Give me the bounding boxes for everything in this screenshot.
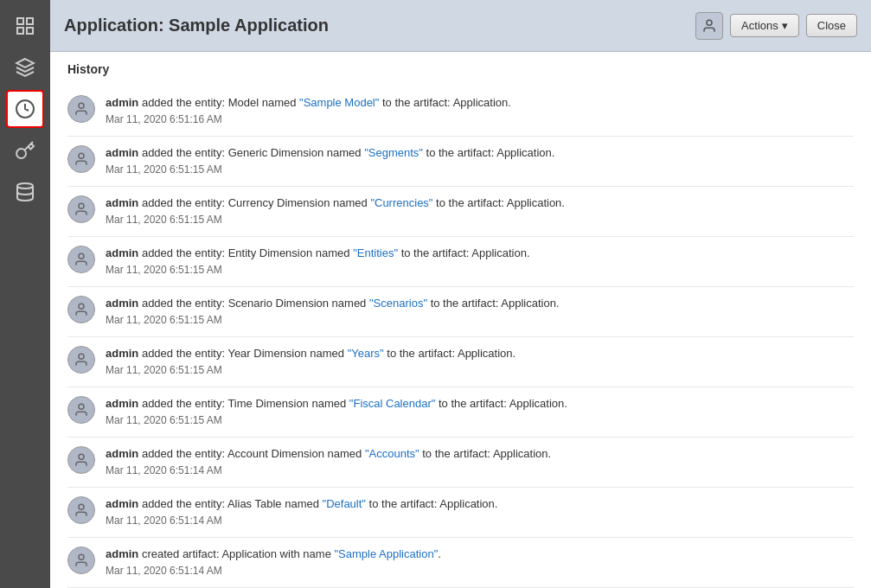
history-item: admin added the entity: Entity Dimension… <box>67 237 854 287</box>
svg-point-6 <box>707 20 712 25</box>
history-timestamp: Mar 11, 2020 6:51:15 AM <box>106 263 854 278</box>
history-text: admin added the entity: Entity Dimension… <box>106 246 854 278</box>
history-item: admin added the entity: Currency Dimensi… <box>67 187 854 237</box>
svg-point-8 <box>79 153 84 158</box>
history-text: admin added the entity: Currency Dimensi… <box>106 195 854 227</box>
user-icon <box>701 18 717 34</box>
cube-icon <box>15 57 35 78</box>
history-list: admin added the entity: Model named "Sam… <box>67 86 854 588</box>
svg-point-16 <box>79 554 84 559</box>
history-message: admin added the entity: Currency Dimensi… <box>106 195 854 211</box>
svg-point-13 <box>79 404 84 409</box>
avatar <box>67 95 95 123</box>
history-text: admin added the entity: Account Dimensio… <box>106 446 854 478</box>
sidebar-item-key[interactable] <box>6 131 44 169</box>
section-title: History <box>67 62 854 76</box>
user-avatar-icon <box>74 452 89 468</box>
history-timestamp: Mar 11, 2020 6:51:15 AM <box>106 213 854 227</box>
history-message: admin added the entity: Scenario Dimensi… <box>106 296 854 311</box>
history-text: admin added the entity: Time Dimension n… <box>106 396 854 428</box>
sidebar-item-db[interactable] <box>6 173 44 211</box>
history-text: admin created artifact: Application with… <box>106 546 854 578</box>
history-item: admin added the entity: Alias Table name… <box>67 488 854 538</box>
history-timestamp: Mar 11, 2020 6:51:15 AM <box>106 313 854 328</box>
history-message: admin added the entity: Time Dimension n… <box>106 396 854 412</box>
history-item: admin added the entity: Scenario Dimensi… <box>67 287 854 337</box>
user-avatar-icon <box>74 101 89 117</box>
sidebar-item-clock[interactable] <box>6 90 44 128</box>
history-timestamp: Mar 11, 2020 6:51:16 AM <box>106 112 854 127</box>
history-item: admin created artifact: Application with… <box>67 538 854 588</box>
svg-point-14 <box>79 454 84 459</box>
history-item: admin added the entity: Account Dimensio… <box>67 438 854 488</box>
history-item: admin added the entity: Time Dimension n… <box>67 387 854 438</box>
svg-rect-0 <box>17 18 23 24</box>
db-icon <box>15 182 35 202</box>
svg-point-15 <box>79 504 84 509</box>
history-message: admin added the entity: Alias Table name… <box>106 496 854 512</box>
svg-rect-3 <box>27 28 33 34</box>
user-avatar-icon <box>74 352 89 368</box>
history-text: admin added the entity: Scenario Dimensi… <box>106 296 854 328</box>
user-avatar-icon <box>74 252 89 267</box>
grid-icon <box>15 16 35 36</box>
history-timestamp: Mar 11, 2020 6:51:15 AM <box>106 413 854 428</box>
history-message: admin created artifact: Application with… <box>106 546 854 562</box>
header-actions: Actions ▾ Close <box>695 12 857 40</box>
history-text: admin added the entity: Model named "Sam… <box>106 95 854 127</box>
user-avatar-icon <box>74 151 89 167</box>
svg-point-5 <box>17 183 33 189</box>
avatar <box>67 346 95 374</box>
dropdown-arrow-icon: ▾ <box>782 19 788 32</box>
history-message: admin added the entity: Generic Dimensio… <box>106 145 854 161</box>
history-text: admin added the entity: Year Dimension n… <box>106 346 854 378</box>
user-avatar-icon <box>74 502 89 518</box>
history-timestamp: Mar 11, 2020 6:51:14 AM <box>106 463 854 478</box>
actions-label: Actions <box>741 19 778 32</box>
main-panel: Application: Sample Application Actions … <box>50 0 871 588</box>
avatar <box>67 296 95 323</box>
avatar <box>67 546 95 574</box>
header: Application: Sample Application Actions … <box>50 0 871 52</box>
avatar <box>67 145 95 173</box>
avatar <box>67 246 95 273</box>
sidebar <box>0 0 50 588</box>
key-icon <box>15 140 35 161</box>
page-title: Application: Sample Application <box>64 16 329 35</box>
svg-rect-2 <box>17 28 23 34</box>
history-timestamp: Mar 11, 2020 6:51:14 AM <box>106 564 854 578</box>
user-icon-button[interactable] <box>695 12 723 40</box>
svg-rect-1 <box>27 18 33 24</box>
avatar <box>67 396 95 424</box>
actions-button[interactable]: Actions ▾ <box>730 14 799 37</box>
history-timestamp: Mar 11, 2020 6:51:14 AM <box>106 514 854 528</box>
svg-point-9 <box>79 203 84 208</box>
svg-point-7 <box>79 103 84 108</box>
close-button[interactable]: Close <box>806 14 857 37</box>
history-item: admin added the entity: Generic Dimensio… <box>67 137 854 187</box>
user-avatar-icon <box>74 402 89 418</box>
user-avatar-icon <box>74 553 89 568</box>
avatar <box>67 195 95 223</box>
svg-point-12 <box>79 354 84 359</box>
history-text: admin added the entity: Alias Table name… <box>106 496 854 528</box>
user-avatar-icon <box>74 302 89 317</box>
history-message: admin added the entity: Account Dimensio… <box>106 446 854 462</box>
history-message: admin added the entity: Year Dimension n… <box>106 346 854 361</box>
history-item: admin added the entity: Year Dimension n… <box>67 337 854 387</box>
sidebar-item-home[interactable] <box>6 7 44 45</box>
history-text: admin added the entity: Generic Dimensio… <box>106 145 854 177</box>
clock-icon <box>15 99 35 119</box>
avatar <box>67 496 95 524</box>
svg-point-10 <box>79 253 84 259</box>
history-message: admin added the entity: Entity Dimension… <box>106 246 854 261</box>
user-avatar-icon <box>74 201 89 217</box>
content-area: History admin added the entity: Model na… <box>50 52 871 588</box>
history-timestamp: Mar 11, 2020 6:51:15 AM <box>106 363 854 378</box>
svg-point-11 <box>79 304 84 309</box>
sidebar-item-cube[interactable] <box>6 48 44 86</box>
history-item: admin added the entity: Model named "Sam… <box>67 86 854 137</box>
history-timestamp: Mar 11, 2020 6:51:15 AM <box>106 163 854 177</box>
history-message: admin added the entity: Model named "Sam… <box>106 95 854 111</box>
avatar <box>67 446 95 474</box>
